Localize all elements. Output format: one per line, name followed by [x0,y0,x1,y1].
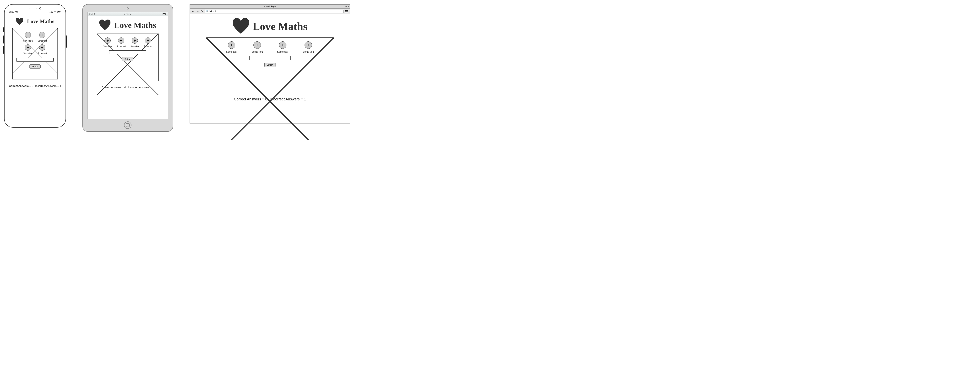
correct-value: 0 [265,97,267,101]
operation-item: + Some text [23,44,33,54]
forward-icon[interactable]: → [196,10,199,13]
operation-label: Some text [303,51,314,53]
operation-label: Some text [23,40,33,42]
operation-label: Some text [38,52,47,54]
operation-item: + Some tex [130,38,139,48]
search-icon: 🔍 [206,10,209,13]
plus-icon: + [41,46,43,49]
ipad-screen: iPad 2:20 PM Love Maths [88,12,168,119]
answer-input[interactable] [16,58,54,62]
incorrect-label: Incorrect Answers = [270,97,303,101]
app-title: Love Maths [114,21,156,30]
incorrect-label: Incorrect Answers = [35,84,59,87]
game-area: + Some tex + Some text + Some tex + [97,33,159,81]
browser-content: Love Maths + Some text + Some text + Som [190,14,350,123]
operation-button-1[interactable]: + [228,41,235,49]
operation-button-4[interactable]: + [305,41,312,49]
operation-button-4[interactable]: + [145,38,151,44]
incorrect-value: 1 [152,86,154,89]
iphone-frame: 09:52 AM ..ıl Love Maths + Some text [4,4,66,128]
browser-title-bar: A Web Page [190,5,350,9]
phone-time: 09:52 AM [9,11,18,13]
score-row: Correct Answers = 0 Incorrect Answers = … [92,86,164,89]
ipad-content: Love Maths + Some tex + Some text [88,16,168,119]
answer-input[interactable] [249,56,291,60]
browser-window-title: A Web Page [264,5,275,8]
app-header: Love Maths [92,18,164,33]
incorrect-score: Incorrect Answers = 1 [128,86,154,89]
correct-score: Correct Answers = 0 [102,86,126,89]
operation-item: + Some text [23,32,33,42]
incorrect-value: 1 [304,97,306,101]
wifi-icon [54,11,56,13]
operation-button-2[interactable]: + [39,32,45,38]
heart-icon [99,19,110,31]
plus-icon: + [41,33,43,37]
operation-buttons: + Some text + Some text + Some text + So… [19,32,51,54]
url-bar[interactable]: 🔍 https:// [205,10,344,13]
operation-item: + Some tex [103,38,112,48]
phone-volume-up [3,35,5,44]
plus-icon: + [282,43,284,47]
device-label-text: iPad [89,13,93,15]
correct-score: Correct Answers = 0 [9,84,33,87]
submit-button[interactable]: Button [122,57,133,61]
ipad-frame: iPad 2:20 PM Love Maths [83,4,173,132]
svg-rect-1 [60,11,61,12]
back-icon[interactable]: ← [192,10,194,13]
operation-button-2[interactable]: + [253,41,261,49]
operation-button-4[interactable]: + [39,44,45,51]
app-title: Love Maths [253,21,307,33]
operation-button-3[interactable]: + [25,44,31,51]
operation-item: + Some text [303,41,314,53]
operation-button-3[interactable]: + [279,41,286,49]
phone-status-bar: 09:52 AM ..ıl [5,11,65,13]
operation-button-1[interactable]: + [105,38,111,44]
operation-label: Some text [277,51,288,53]
browser-toolbar: ← → ⟳ 🔍 https:// [190,9,350,14]
phone-speaker [29,8,37,9]
svg-rect-6 [166,14,166,14]
submit-button[interactable]: Button [29,64,41,68]
correct-label: Correct Answers = [102,86,124,89]
battery-icon [162,13,166,15]
phone-volume-down [3,46,5,54]
correct-label: Correct Answers = [234,97,264,101]
heart-icon [233,18,249,35]
operation-item: + Some text [116,38,126,48]
operation-label: Some tex [103,45,112,48]
plus-icon: + [120,39,123,43]
operation-button-3[interactable]: + [132,38,138,44]
ipad-device-label: iPad [89,13,96,15]
url-text: https:// [210,10,216,12]
operation-button-2[interactable]: + [118,38,124,44]
submit-button[interactable]: Button [264,63,275,67]
answer-input[interactable] [109,51,146,54]
operation-label: Some text [251,51,263,53]
incorrect-score: Incorrect Answers = 1 [35,84,61,87]
phone-status-icons: ..ıl [49,11,61,13]
phone-screen: Love Maths + Some text + Some text + Som [7,15,63,123]
plus-icon: + [27,46,29,49]
reload-icon[interactable]: ⟳ [201,10,203,13]
wifi-icon [94,13,96,15]
correct-label: Correct Answers = [9,84,31,87]
plus-icon: + [256,43,258,47]
phone-mute-switch [3,27,5,32]
phone-front-camera [39,7,41,10]
operation-label: Some tex [130,45,139,48]
ipad-home-button[interactable] [124,121,132,129]
operation-item: + Some tex [144,38,152,48]
operation-button-1[interactable]: + [25,32,31,38]
svg-rect-7 [163,13,165,14]
phone-notch [29,7,41,10]
incorrect-value: 1 [60,84,61,87]
plus-icon: + [134,39,136,43]
menu-icon[interactable] [345,10,348,12]
operation-label: Some text [226,51,237,53]
incorrect-label: Incorrect Answers = [128,86,152,89]
plus-icon: + [107,39,109,43]
operation-item: + Some text [277,41,288,53]
score-row: Correct Answers = 0 Incorrect Answers = … [195,97,345,101]
operation-buttons: + Some tex + Some text + Some tex + [97,38,159,48]
